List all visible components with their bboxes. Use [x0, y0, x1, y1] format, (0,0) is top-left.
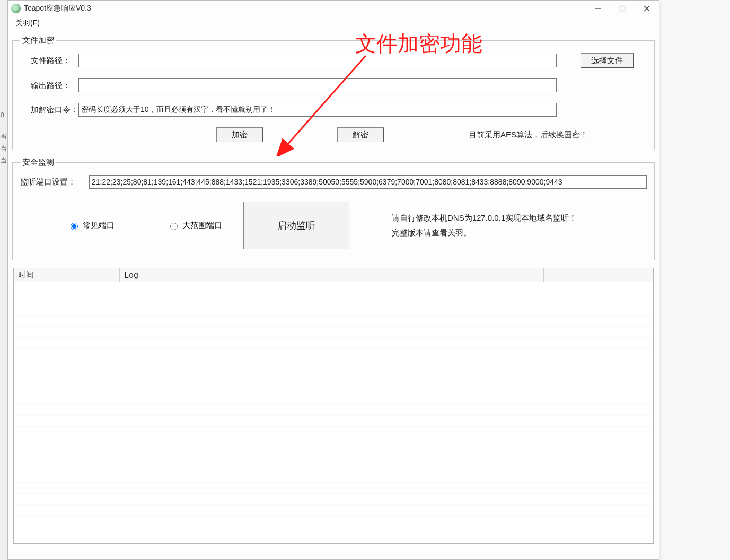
select-file-button[interactable]: 选择文件	[581, 53, 634, 68]
input-output-path[interactable]	[78, 78, 557, 92]
minimize-button[interactable]	[586, 1, 610, 16]
col-log[interactable]: Log	[120, 268, 544, 282]
label-file-path: 文件路径：	[20, 56, 78, 66]
titlebar: Teapot应急响应V0.3	[8, 1, 659, 16]
start-monitor-button[interactable]: 启动监听	[243, 202, 349, 249]
group-file-encrypt-legend: 文件加密	[20, 36, 56, 46]
radio-wide-ports-label: 大范围端口	[182, 221, 222, 231]
decrypt-button[interactable]: 解密	[337, 127, 384, 142]
svg-rect-1	[620, 6, 625, 11]
menu-guanyu[interactable]: 关羽(F)	[11, 18, 44, 29]
algo-note: 目前采用AES算法，后续换国密！	[469, 130, 588, 140]
minimize-icon	[595, 5, 601, 12]
radio-wide-ports[interactable]: 大范围端口	[168, 221, 222, 231]
maximize-icon	[619, 5, 626, 12]
menubar: 关羽(F)	[8, 16, 659, 30]
content-area: 文件加密 文件路径： 选择文件 输出路径： 加解密口令：	[8, 30, 659, 559]
input-port-setting[interactable]	[89, 175, 647, 189]
radio-common-ports[interactable]: 常见端口	[68, 221, 115, 231]
app-icon	[11, 4, 21, 13]
col-time[interactable]: 时间	[14, 268, 120, 282]
input-file-path[interactable]	[78, 54, 557, 67]
input-password[interactable]	[78, 103, 557, 117]
window-title: Teapot应急响应V0.3	[24, 4, 586, 13]
dns-note: 请自行修改本机DNS为127.0.0.1实现本地域名监听！ 完整版本请查看关羽。	[392, 211, 577, 241]
group-security-monitor: 安全监测 监听端口设置： 常见端口 大范围端口	[12, 158, 655, 260]
maximize-button[interactable]	[610, 1, 635, 16]
log-listview[interactable]: 时间 Log	[13, 268, 654, 544]
radio-wide-ports-input[interactable]	[170, 223, 178, 230]
app-window: Teapot应急响应V0.3 关羽(F) 文件加密 文件路径： 选择文件	[7, 0, 659, 560]
col-spacer	[544, 268, 653, 282]
close-button[interactable]	[635, 1, 659, 16]
dns-note-line2: 完整版本请查看关羽。	[392, 225, 577, 241]
label-output-path: 输出路径：	[20, 81, 78, 91]
left-gutter: 0 当 当 当	[0, 0, 7, 560]
radio-common-ports-input[interactable]	[71, 223, 78, 230]
close-icon	[644, 5, 650, 12]
radio-common-ports-label: 常见端口	[83, 221, 115, 231]
encrypt-button[interactable]: 加密	[216, 127, 263, 142]
group-file-encrypt: 文件加密 文件路径： 选择文件 输出路径： 加解密口令：	[12, 36, 655, 150]
label-port-setting: 监听端口设置：	[20, 177, 89, 187]
log-listview-body[interactable]	[14, 282, 653, 543]
group-security-monitor-legend: 安全监测	[20, 158, 56, 168]
label-password: 加解密口令：	[20, 105, 78, 115]
dns-note-line1: 请自行修改本机DNS为127.0.0.1实现本地域名监听！	[392, 211, 577, 226]
log-listview-header: 时间 Log	[14, 268, 653, 282]
